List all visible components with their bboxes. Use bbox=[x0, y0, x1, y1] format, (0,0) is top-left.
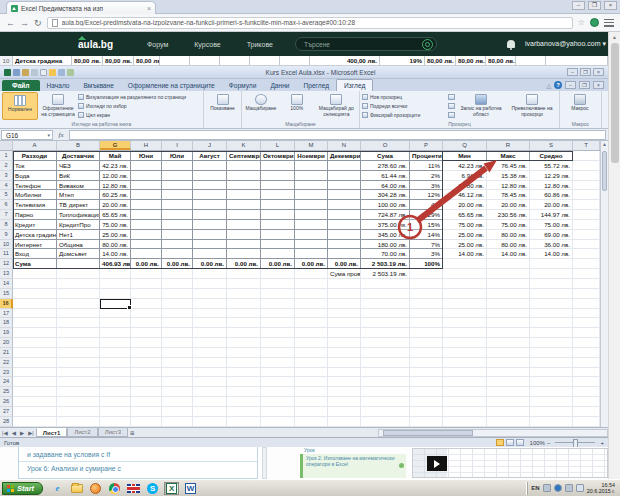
cell-Q7[interactable]: 65.65 лв. bbox=[443, 210, 487, 220]
cell-A14[interactable] bbox=[13, 279, 57, 289]
cell-T9[interactable] bbox=[573, 230, 600, 240]
column-header-A[interactable]: A bbox=[13, 141, 57, 150]
cell-M4[interactable] bbox=[295, 181, 328, 191]
cell-R2[interactable]: 76.45 лв. bbox=[487, 161, 530, 171]
cell-O7[interactable]: 724.87 лв. bbox=[361, 210, 410, 220]
cell-L6[interactable] bbox=[261, 200, 295, 210]
cell-K15[interactable] bbox=[227, 289, 261, 299]
cell-S27[interactable] bbox=[530, 407, 573, 417]
cell-J20[interactable] bbox=[193, 338, 227, 348]
cell-J12[interactable]: 0.00 лв. bbox=[193, 259, 227, 269]
cell-O13[interactable]: 2 503.19 лв. bbox=[361, 269, 410, 279]
cell-Q3[interactable]: 6.98 лв. bbox=[443, 171, 487, 181]
aula-logo[interactable]: aula.bg bbox=[78, 39, 113, 50]
cell-H17[interactable] bbox=[131, 309, 162, 319]
window-option-Подреди вс[interactable]: Подреди всички bbox=[362, 103, 446, 109]
cell-G6[interactable]: 20.00 лв. bbox=[100, 200, 131, 210]
cell-S12[interactable] bbox=[530, 259, 573, 269]
cell-B12[interactable] bbox=[57, 259, 100, 269]
row-header-28[interactable]: 28 bbox=[0, 417, 13, 427]
cell-G15[interactable] bbox=[100, 289, 131, 299]
tray-icon-3[interactable] bbox=[565, 484, 573, 492]
sheet-nav-icon-2[interactable]: ▶ bbox=[18, 430, 26, 436]
cell-I6[interactable] bbox=[162, 200, 193, 210]
file-explorer-icon[interactable] bbox=[69, 482, 84, 495]
cell-Q23[interactable] bbox=[443, 368, 487, 378]
zoom-to-selection-button[interactable]: Мащабирай до селекцията bbox=[316, 92, 357, 120]
cell-S1[interactable]: Средно bbox=[530, 151, 573, 161]
cell-R28[interactable] bbox=[487, 417, 530, 427]
cell-G25[interactable] bbox=[100, 387, 131, 397]
cell-B3[interactable]: ВиК bbox=[57, 171, 100, 181]
row-header-21[interactable]: 21 bbox=[0, 348, 13, 358]
cell-N23[interactable] bbox=[328, 368, 361, 378]
cell-T8[interactable] bbox=[573, 220, 600, 230]
cell-R1[interactable]: Макс bbox=[487, 151, 530, 161]
cell-R20[interactable] bbox=[487, 338, 530, 348]
cell-O25[interactable] bbox=[361, 387, 410, 397]
cell-Q19[interactable] bbox=[443, 328, 487, 338]
doc-close-button[interactable]: × bbox=[593, 81, 604, 89]
cell-I25[interactable] bbox=[162, 387, 193, 397]
cell-I3[interactable] bbox=[162, 171, 193, 181]
cell-N9[interactable] bbox=[328, 230, 361, 240]
tray-icon-1[interactable] bbox=[543, 484, 551, 492]
cell-I14[interactable] bbox=[162, 279, 193, 289]
cell-J8[interactable] bbox=[193, 220, 227, 230]
cell-T16[interactable] bbox=[573, 299, 600, 309]
cell-P6[interactable]: 4% bbox=[410, 200, 443, 210]
cell-L1[interactable]: Октомври bbox=[261, 151, 295, 161]
row-header-26[interactable]: 26 bbox=[0, 397, 13, 407]
forward-icon[interactable]: → bbox=[20, 18, 29, 28]
cell-S6[interactable]: 20.00 лв. bbox=[530, 200, 573, 210]
cell-O2[interactable]: 278.60 лв. bbox=[361, 161, 410, 171]
cell-J27[interactable] bbox=[193, 407, 227, 417]
cell-H25[interactable] bbox=[131, 387, 162, 397]
cell-K21[interactable] bbox=[227, 348, 261, 358]
cell-S25[interactable] bbox=[530, 387, 573, 397]
cell-T2[interactable] bbox=[573, 161, 600, 171]
word-icon[interactable]: W bbox=[183, 482, 198, 495]
cell-K26[interactable] bbox=[227, 397, 261, 407]
switch-windows-button[interactable]: Превключване на прозорци bbox=[507, 92, 557, 120]
ribbon-tab-Оформление на страниците[interactable]: Оформление на страниците bbox=[121, 80, 222, 91]
nav-link-Форум[interactable]: Форум bbox=[147, 41, 168, 48]
cell-O14[interactable] bbox=[361, 279, 410, 289]
cell-I1[interactable]: Юли bbox=[162, 151, 193, 161]
cell-N14[interactable] bbox=[328, 279, 361, 289]
cell-L22[interactable] bbox=[261, 358, 295, 368]
column-header-S[interactable]: S bbox=[530, 141, 573, 150]
cell-K2[interactable] bbox=[227, 161, 261, 171]
cell-L3[interactable] bbox=[261, 171, 295, 181]
cell-Q24[interactable] bbox=[443, 377, 487, 387]
cell-H10[interactable] bbox=[131, 240, 162, 250]
cell-G20[interactable] bbox=[100, 338, 131, 348]
nav-link-Трикове[interactable]: Трикове bbox=[247, 41, 273, 48]
cell-J9[interactable] bbox=[193, 230, 227, 240]
cell-Q8[interactable]: 75.00 лв. bbox=[443, 220, 487, 230]
cell-I2[interactable] bbox=[162, 161, 193, 171]
cell-B28[interactable] bbox=[57, 417, 100, 427]
cell-T20[interactable] bbox=[573, 338, 600, 348]
cell-T17[interactable] bbox=[573, 309, 600, 319]
reload-icon[interactable]: ↻ bbox=[34, 18, 42, 28]
cell-T18[interactable] bbox=[573, 318, 600, 328]
page-scroll-thumb[interactable] bbox=[611, 43, 619, 163]
cell-O11[interactable]: 70.00 лв. bbox=[361, 249, 410, 259]
cell-O26[interactable] bbox=[361, 397, 410, 407]
ribbon-tab-Вмъкване[interactable]: Вмъкване bbox=[77, 80, 121, 91]
cell-G26[interactable] bbox=[100, 397, 131, 407]
cell-T27[interactable] bbox=[573, 407, 600, 417]
cell-M17[interactable] bbox=[295, 309, 328, 319]
site-search[interactable]: Търсене bbox=[295, 37, 437, 51]
cell-J22[interactable] bbox=[193, 358, 227, 368]
cell-R15[interactable] bbox=[487, 289, 530, 299]
row-header-6[interactable]: 6 bbox=[0, 200, 13, 210]
cell-Q28[interactable] bbox=[443, 417, 487, 427]
cell-O10[interactable]: 180.00 лв. bbox=[361, 240, 410, 250]
cell-B5[interactable]: Мтел bbox=[57, 190, 100, 200]
cell-S24[interactable] bbox=[530, 377, 573, 387]
close-button[interactable]: × bbox=[604, 1, 617, 10]
view-option-Изгледи по[interactable]: Изгледи по избор bbox=[78, 103, 186, 109]
cell-M1[interactable]: Ноември bbox=[295, 151, 328, 161]
